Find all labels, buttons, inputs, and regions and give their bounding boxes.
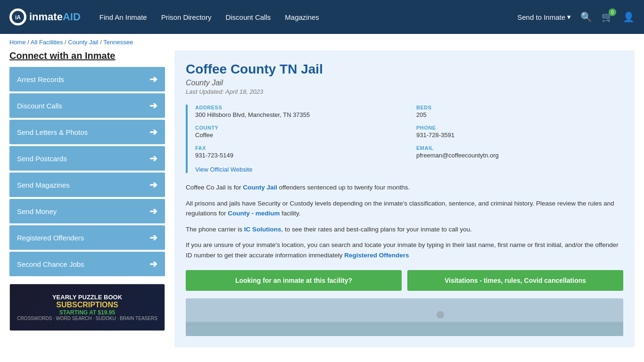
- logo-icon: iA: [9, 8, 26, 25]
- ad-price: STARTING AT $19.95: [59, 309, 115, 316]
- sidebar-item-send-money[interactable]: Send Money ➔: [9, 199, 165, 223]
- facility-details: ADDRESS 300 Hillsboro Blvd, Manchester, …: [186, 105, 623, 173]
- visitations-button[interactable]: Visitations - times, rules, Covid cancel…: [407, 270, 623, 291]
- svg-point-4: [437, 311, 444, 319]
- send-to-inmate-button[interactable]: Send to Inmate ▾: [517, 13, 571, 21]
- desc-paragraph-4: If you are unsure of your inmate's locat…: [186, 240, 623, 260]
- sidebar-item-arrest-records[interactable]: Arrest Records ➔: [9, 67, 165, 91]
- sidebar-item-second-chance-jobs[interactable]: Second Chance Jobs ➔: [9, 252, 165, 276]
- sidebar-item-send-letters-photos[interactable]: Send Letters & Photos ➔: [9, 120, 165, 144]
- ad-banner[interactable]: YEARLY PUZZLE BOOK SUBSCRIPTIONS STARTIN…: [9, 284, 165, 331]
- search-icon[interactable]: 🔍: [580, 11, 592, 23]
- breadcrumb-county-jail[interactable]: County Jail: [68, 39, 98, 46]
- cart-button[interactable]: 🛒 0: [602, 11, 613, 23]
- main-content: Connect with an Inmate Arrest Records ➔ …: [0, 50, 644, 357]
- nav-magazines[interactable]: Magazines: [285, 13, 319, 21]
- county-jail-link[interactable]: County Jail: [243, 184, 277, 191]
- sidebar-item-send-magazines[interactable]: Send Magazines ➔: [9, 173, 165, 197]
- sidebar-item-discount-calls[interactable]: Discount Calls ➔: [9, 93, 165, 118]
- cart-badge: 0: [609, 8, 616, 16]
- sidebar-menu: Arrest Records ➔ Discount Calls ➔ Send L…: [9, 67, 165, 276]
- arrow-icon: ➔: [149, 126, 157, 138]
- header-right: Send to Inmate ▾ 🔍 🛒 0 👤: [517, 11, 635, 23]
- facility-last-updated: Last Updated: April 18, 2023: [186, 88, 623, 95]
- breadcrumb-state[interactable]: Tennessee: [103, 39, 133, 46]
- logo-area[interactable]: iA inmateAID: [9, 8, 81, 25]
- map-placeholder: [186, 298, 623, 336]
- ad-title: YEARLY PUZZLE BOOK: [52, 294, 122, 301]
- detail-beds: BEDS 205: [416, 105, 623, 118]
- arrow-icon: ➔: [149, 74, 157, 85]
- detail-fax: FAX 931-723-5149: [195, 145, 402, 159]
- nav-discount-calls[interactable]: Discount Calls: [225, 13, 271, 21]
- main-nav: Find An Inmate Prison Directory Discount…: [99, 13, 517, 21]
- sidebar-item-registered-offenders[interactable]: Registered Offenders ➔: [9, 225, 165, 250]
- arrow-icon: ➔: [149, 179, 157, 190]
- desc-paragraph-3: The phone carrier is IC Solutions, to se…: [186, 224, 623, 235]
- arrow-icon: ➔: [149, 153, 157, 164]
- sidebar-item-send-postcards[interactable]: Send Postcards ➔: [9, 146, 165, 171]
- detail-email: EMAIL pfreeman@coffeecountytn.org: [416, 145, 623, 159]
- action-buttons: Looking for an inmate at this facility? …: [186, 270, 623, 291]
- sidebar: Connect with an Inmate Arrest Records ➔ …: [9, 50, 165, 347]
- arrow-icon: ➔: [149, 100, 157, 111]
- facility-content: Coffee County TN Jail County Jail Last U…: [174, 50, 635, 347]
- logo-text: inmateAID: [29, 11, 81, 23]
- ad-content: YEARLY PUZZLE BOOK SUBSCRIPTIONS STARTIN…: [10, 284, 165, 330]
- nav-prison-directory[interactable]: Prison Directory: [161, 13, 212, 21]
- arrow-icon: ➔: [149, 258, 157, 270]
- county-medium-link[interactable]: County - medium: [228, 210, 280, 217]
- breadcrumb-all-facilities[interactable]: All Facilities: [31, 39, 63, 46]
- header: iA inmateAID Find An Inmate Prison Direc…: [0, 0, 644, 34]
- user-icon[interactable]: 👤: [623, 11, 635, 23]
- sidebar-title: Connect with an Inmate: [9, 50, 165, 61]
- arrow-icon: ➔: [149, 232, 157, 243]
- details-grid: ADDRESS 300 Hillsboro Blvd, Manchester, …: [195, 105, 623, 159]
- facility-type: County Jail: [186, 79, 623, 87]
- view-website-link[interactable]: View Official Website: [195, 165, 623, 173]
- breadcrumb: Home / All Facilities / County Jail / Te…: [0, 34, 644, 50]
- detail-county: COUNTY Coffee: [195, 125, 402, 139]
- breadcrumb-home[interactable]: Home: [9, 39, 26, 46]
- detail-address: ADDRESS 300 Hillsboro Blvd, Manchester, …: [195, 105, 402, 118]
- arrow-icon: ➔: [149, 206, 157, 217]
- ic-solutions-link[interactable]: IC Solutions: [244, 226, 281, 233]
- desc-paragraph-1: Coffee Co Jail is for County Jail offend…: [186, 182, 623, 193]
- facility-name: Coffee County TN Jail: [186, 62, 623, 77]
- desc-paragraph-2: All prisons and jails have Security or C…: [186, 198, 623, 219]
- facility-description: Coffee Co Jail is for County Jail offend…: [186, 182, 623, 261]
- map-area: [186, 298, 623, 336]
- nav-find-inmate[interactable]: Find An Inmate: [99, 13, 147, 21]
- find-inmate-button[interactable]: Looking for an inmate at this facility?: [186, 270, 402, 291]
- ad-types: CROSSWORDS · WORD SEARCH · SUDOKU · BRAI…: [17, 316, 157, 321]
- detail-phone: PHONE 931-728-3591: [416, 125, 623, 139]
- registered-offenders-link[interactable]: Registered Offenders: [344, 252, 409, 259]
- svg-text:iA: iA: [15, 14, 21, 21]
- ad-sub: SUBSCRIPTIONS: [56, 301, 118, 309]
- chevron-down-icon: ▾: [567, 13, 571, 21]
